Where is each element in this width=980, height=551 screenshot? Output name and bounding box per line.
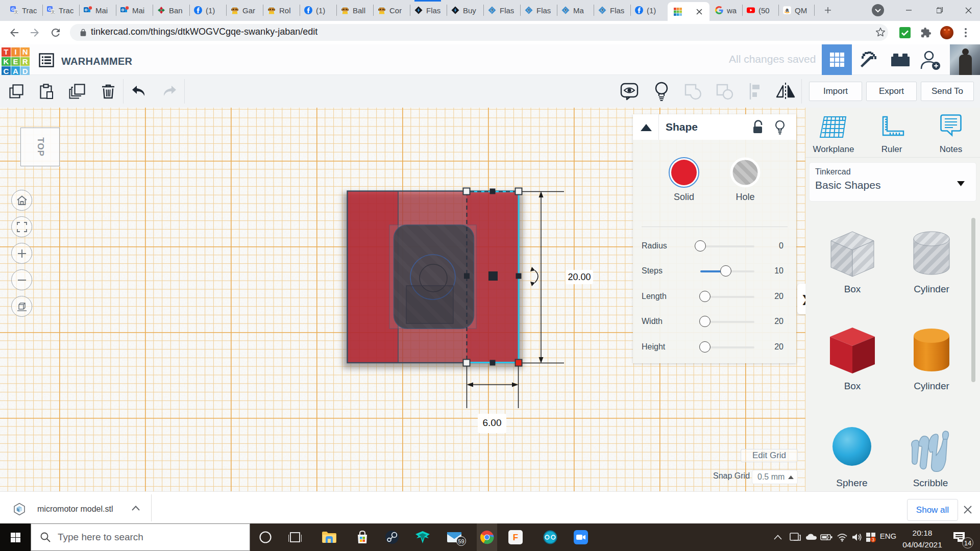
svg-text:a: a (786, 7, 789, 13)
svg-text:F: F (513, 533, 518, 542)
svg-text:文: 文 (15, 10, 18, 14)
svg-text:o: o (121, 7, 125, 12)
svg-text:3: 3 (872, 537, 874, 542)
svg-text:o: o (85, 7, 88, 12)
svg-text:文: 文 (52, 10, 55, 14)
svg-text:20.00: 20.00 (568, 272, 591, 282)
svg-text:6.00: 6.00 (483, 417, 502, 428)
